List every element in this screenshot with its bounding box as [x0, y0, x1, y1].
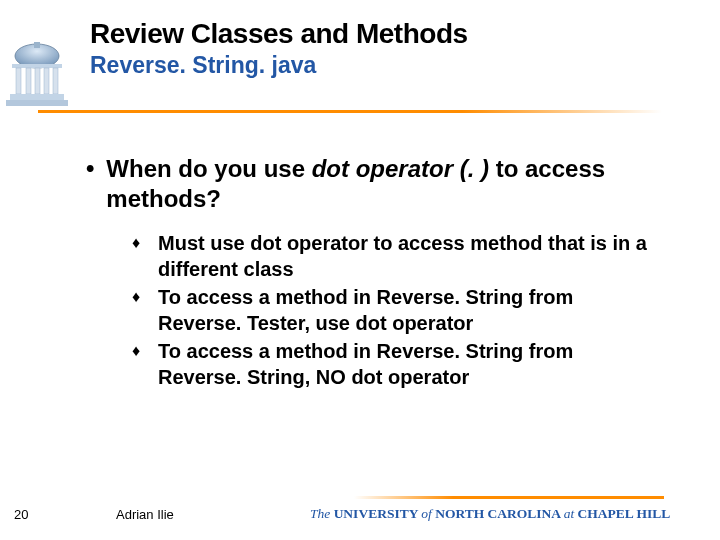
- affil-at: at: [564, 506, 575, 521]
- affil-ch: CHAPEL HILL: [574, 506, 670, 521]
- list-item: ♦ Must use dot operator to access method…: [132, 230, 662, 282]
- svg-rect-8: [10, 94, 64, 100]
- footer-rule: [354, 496, 664, 499]
- slide-subtitle: Reverse. String. java: [90, 52, 720, 79]
- slide-content: • When do you use dot operator (. ) to a…: [80, 150, 680, 392]
- item-text: Must use dot operator to access method t…: [158, 230, 662, 282]
- affil-nc: NORTH CAROLINA: [432, 506, 564, 521]
- diamond-marker: ♦: [132, 338, 158, 390]
- affil-the: The: [310, 506, 330, 521]
- sub-bullet-list: ♦ Must use dot operator to access method…: [132, 230, 662, 390]
- question-text: When do you use dot operator (. ) to acc…: [106, 154, 680, 214]
- diamond-marker: ♦: [132, 284, 158, 336]
- list-item: ♦ To access a method in Reverse. String …: [132, 338, 662, 390]
- q-em: dot operator (. ): [312, 155, 489, 182]
- svg-rect-9: [6, 100, 68, 106]
- affiliation: The UNIVERSITY of NORTH CAROLINA at CHAP…: [310, 506, 670, 522]
- affil-of: of: [421, 506, 432, 521]
- slide-header: Review Classes and Methods Reverse. Stri…: [0, 0, 720, 79]
- list-item: ♦ To access a method in Reverse. String …: [132, 284, 662, 336]
- main-bullet: • When do you use dot operator (. ) to a…: [86, 154, 680, 214]
- slide-footer: 20 Adrian Ilie The UNIVERSITY of NORTH C…: [0, 496, 720, 540]
- q-pre: When do you use: [106, 155, 311, 182]
- item-text: To access a method in Reverse. String fr…: [158, 338, 662, 390]
- page-number: 20: [14, 507, 28, 522]
- author-name: Adrian Ilie: [116, 507, 174, 522]
- slide-title: Review Classes and Methods: [90, 18, 720, 50]
- affil-univ: UNIVERSITY: [330, 506, 421, 521]
- header-rule: [38, 110, 662, 113]
- item-text: To access a method in Reverse. String fr…: [158, 284, 662, 336]
- bullet-marker: •: [86, 154, 106, 214]
- diamond-marker: ♦: [132, 230, 158, 282]
